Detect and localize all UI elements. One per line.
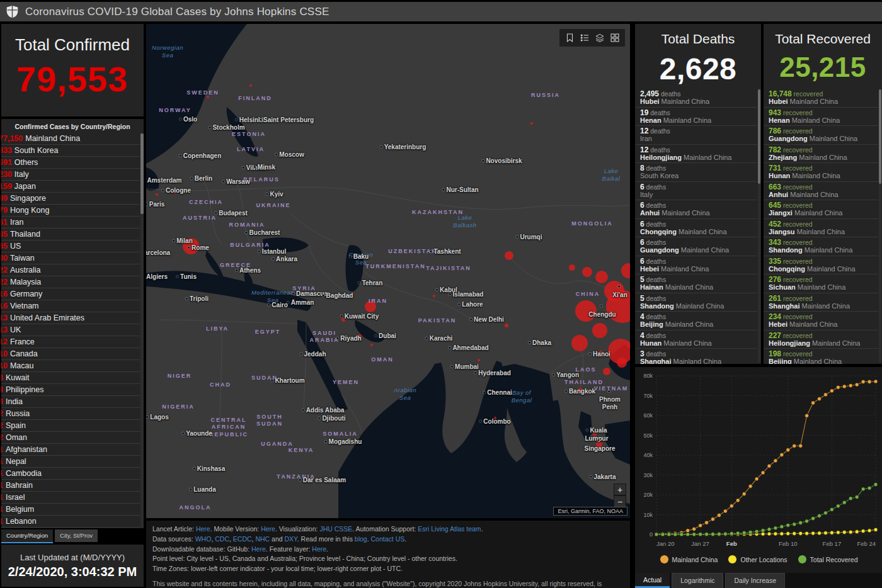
recovered-row[interactable]: 943 recoveredHenan Mainland China — [764, 108, 878, 127]
map-canvas[interactable]: Norwegian SeaMediterranean SeaCaspian Se… — [146, 24, 630, 518]
scrollbar-track[interactable] — [140, 133, 144, 528]
confirmed-row[interactable]: 1Nepal — [1, 456, 140, 468]
scrollbar-thumb[interactable] — [879, 89, 881, 184]
confirmed-row[interactable]: 13UK — [1, 324, 140, 336]
recovered-row[interactable]: 234 recoveredHebei Mainland China — [764, 312, 878, 331]
confirmed-row[interactable]: 159Japan — [1, 181, 140, 193]
deaths-row[interactable]: 8 deathsSouth Korea — [635, 163, 757, 182]
confirmed-row[interactable]: 10Macau — [1, 360, 140, 372]
case-bubble[interactable] — [627, 342, 630, 348]
confirmed-row[interactable]: 3India — [1, 396, 140, 408]
bookmark-button[interactable] — [562, 31, 577, 45]
recovered-row[interactable]: 452 recoveredJiangsu Mainland China — [764, 219, 878, 238]
case-bubble[interactable] — [596, 441, 602, 448]
deaths-row[interactable]: 19 deathsHenan Mainland China — [635, 108, 757, 127]
zoom-out-button[interactable]: − — [614, 495, 626, 507]
legend-button[interactable] — [577, 31, 592, 45]
footer-link[interactable]: Here — [251, 545, 266, 553]
case-bubble[interactable] — [530, 122, 533, 125]
deaths-row[interactable]: 4 deathsHunan Mainland China — [635, 331, 757, 349]
footer-link[interactable]: Here — [196, 525, 210, 533]
footer-link[interactable]: Here — [312, 545, 326, 553]
case-bubble[interactable] — [569, 264, 575, 271]
recovered-row[interactable]: 645 recoveredJiangxi Mainland China — [764, 200, 878, 219]
legend-item[interactable]: Mainland China — [660, 555, 718, 564]
footer-link[interactable]: DXY — [285, 535, 297, 543]
confirmed-row[interactable]: 1Israel — [1, 492, 140, 504]
confirmed-row[interactable]: 2Russia — [1, 408, 140, 420]
footer-link[interactable]: Esri Living Atlas team — [418, 525, 481, 533]
scrollbar-track[interactable] — [758, 89, 760, 363]
confirmed-row[interactable]: 16Germany — [1, 288, 140, 300]
case-bubble[interactable] — [582, 267, 592, 277]
case-bubble[interactable] — [571, 335, 588, 351]
deaths-row[interactable]: 12 deathsIran — [635, 126, 757, 145]
recovered-row[interactable]: 335 recoveredChongqing Mainland China — [764, 256, 878, 275]
recovered-row[interactable]: 343 recoveredShandong Mainland China — [764, 237, 878, 256]
case-bubble[interactable] — [617, 358, 627, 368]
case-bubble[interactable] — [599, 351, 603, 354]
case-bubble[interactable] — [292, 299, 295, 302]
deaths-row[interactable]: 6 deathsHebei Mainland China — [635, 256, 757, 275]
case-bubble[interactable] — [505, 251, 513, 260]
chart-tab-actual[interactable]: Actual — [635, 573, 670, 588]
deaths-row[interactable]: 2,495 deathsHubei Mainland China — [635, 89, 757, 108]
confirmed-row[interactable]: 35US — [1, 240, 140, 252]
confirmed-row[interactable]: 691Others — [1, 157, 140, 169]
confirmed-row[interactable]: 833South Korea — [1, 145, 140, 157]
footer-link[interactable]: CDC — [215, 535, 229, 543]
case-bubble[interactable] — [505, 324, 508, 327]
scrollbar-track[interactable] — [879, 89, 881, 363]
confirmed-row[interactable]: 3Philippines — [1, 384, 140, 396]
tab-city-stprov[interactable]: City, St/Prov — [55, 529, 98, 542]
confirmed-row[interactable]: 1Belgium — [1, 504, 140, 516]
recovered-row[interactable]: 227 recoveredHeilongjiang Mainland China — [764, 331, 878, 349]
scrollbar-thumb[interactable] — [758, 89, 760, 184]
recovered-row[interactable]: 731 recoveredHunan Mainland China — [764, 163, 878, 182]
footer-link[interactable]: JHU CSSE — [319, 525, 352, 533]
confirmed-row[interactable]: 13United Arab Emirates — [1, 312, 140, 324]
confirmed-row[interactable]: 10Canada — [1, 348, 140, 360]
case-bubble[interactable] — [575, 300, 597, 322]
deaths-row[interactable]: 5 deathsShandong Mainland China — [635, 293, 757, 312]
confirmed-row[interactable]: 230Italy — [1, 169, 140, 181]
recovered-row[interactable]: 16,748 recoveredHubei Mainland China — [764, 89, 878, 108]
case-bubble[interactable] — [341, 318, 345, 322]
case-bubble[interactable] — [207, 96, 209, 98]
deaths-row[interactable]: 5 deathsHainan Mainland China — [635, 274, 757, 293]
case-bubble[interactable] — [358, 334, 362, 338]
case-bubble[interactable] — [183, 238, 199, 254]
confirmed-row[interactable]: 77,150Mainland China — [1, 133, 140, 145]
legend-item[interactable]: Other Locations — [728, 555, 787, 564]
confirmed-row[interactable]: 1Lebanon — [1, 516, 140, 528]
deaths-row[interactable]: 6 deathsItaly — [635, 182, 757, 201]
confirmed-row[interactable]: 2Spain — [1, 420, 140, 432]
deaths-row[interactable]: 6 deathsAnhui Mainland China — [635, 200, 757, 219]
confirmed-row[interactable]: 16Vietnam — [1, 300, 140, 312]
confirmed-row[interactable]: 22Australia — [1, 264, 140, 276]
confirmed-row[interactable]: 22Malaysia — [1, 276, 140, 288]
deaths-row[interactable]: 6 deathsGuangdong Mainland China — [635, 237, 757, 256]
case-bubble[interactable] — [478, 359, 480, 361]
tab-country-region[interactable]: Country/Region — [1, 529, 53, 543]
confirmed-row[interactable]: 89Singapore — [1, 193, 140, 205]
recovered-row[interactable]: 786 recoveredGuangdong Mainland China — [764, 126, 878, 145]
recovered-row[interactable]: 198 recoveredBeijing Mainland China — [764, 349, 878, 364]
recovered-row[interactable]: 782 recoveredZhejiang Mainland China — [764, 145, 878, 164]
confirmed-row[interactable]: 1Cambodia — [1, 468, 140, 480]
footer-link[interactable]: NHC — [255, 535, 270, 543]
deaths-row[interactable]: 3 deathsShanghai Mainland China — [635, 349, 757, 364]
footer-link[interactable]: Contact US — [371, 535, 405, 543]
chart-tab-logarithmic[interactable]: Logarithmic — [672, 573, 723, 588]
confirmed-row[interactable]: 30Taiwan — [1, 252, 140, 264]
case-bubble[interactable] — [249, 84, 252, 87]
deaths-row[interactable]: 4 deathsBeijing Mainland China — [635, 312, 757, 331]
confirmed-row[interactable]: 1Bahrain — [1, 480, 140, 492]
case-bubble[interactable] — [365, 301, 376, 312]
footer-link[interactable]: blog — [355, 535, 367, 543]
chart-tab-daily-increase[interactable]: Daily Increase — [725, 573, 785, 588]
footer-link[interactable]: ECDC — [233, 535, 252, 543]
confirmed-row[interactable]: 1Afghanistan — [1, 444, 140, 456]
case-bubble[interactable] — [595, 271, 608, 283]
case-bubble[interactable] — [370, 344, 373, 346]
